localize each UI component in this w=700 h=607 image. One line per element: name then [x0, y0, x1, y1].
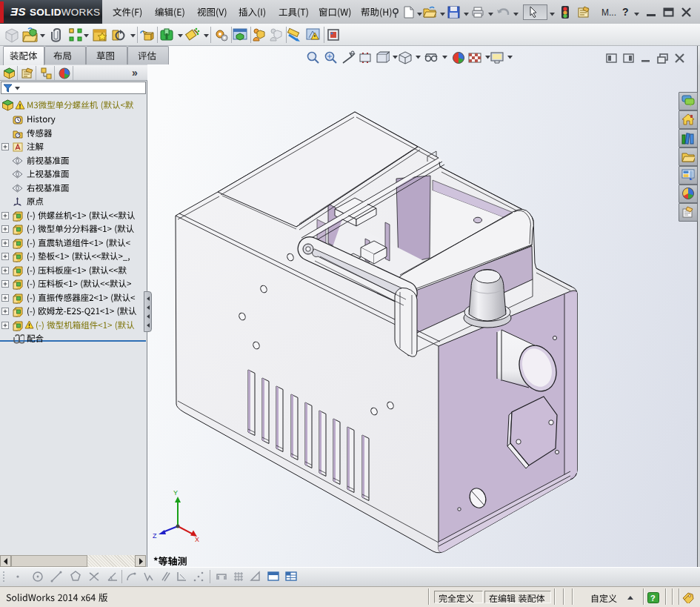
svg-text:X: X: [195, 536, 199, 543]
svg-text:Z: Z: [153, 532, 157, 540]
svg-text:?: ?: [650, 594, 656, 603]
svg-text:Y: Y: [173, 489, 178, 497]
